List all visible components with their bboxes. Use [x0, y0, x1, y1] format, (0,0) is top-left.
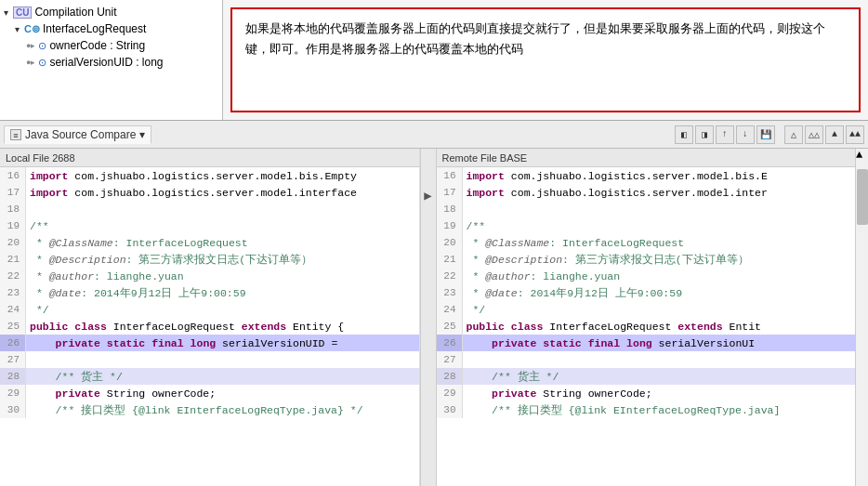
- tree-child[interactable]: ▾ C⊚ InterfaceLogRequest: [4, 20, 218, 37]
- table-row: 18: [437, 201, 856, 217]
- table-row: 17 import com.jshuabo.logistics.server.m…: [437, 184, 856, 201]
- table-row: 17 import com.jshuabo.logistics.server.m…: [0, 184, 419, 201]
- tree-arrow-child: ▾: [15, 24, 20, 34]
- line-number: 28: [437, 368, 463, 385]
- right-pane-body[interactable]: 16 import com.jshuabo.logistics.server.m…: [437, 167, 856, 486]
- line-number: 16: [437, 167, 463, 184]
- line-content: [463, 201, 856, 217]
- table-row: 23 * @date: 2014年9月12日 上午9:00:59: [437, 284, 856, 301]
- line-number: 27: [0, 351, 26, 368]
- line-content: * @Description: 第三方请求报文日志(下达订单等）: [463, 251, 856, 268]
- action-btn-4[interactable]: ▲▲: [846, 125, 864, 144]
- left-pane-body[interactable]: 16 import com.jshuabo.logistics.server.m…: [0, 167, 419, 486]
- action-btn-1[interactable]: △: [784, 125, 803, 144]
- field-bullet-1: ●▸: [26, 41, 35, 50]
- next-diff-btn[interactable]: ↓: [736, 125, 755, 144]
- line-number: 16: [0, 167, 26, 184]
- line-number: 23: [0, 284, 26, 301]
- copy-right-arrow[interactable]: ▶: [424, 188, 431, 204]
- line-content: * @author: lianghe.yuan: [26, 268, 419, 284]
- compare-area: Local File 2688 16 import com.jshuabo.lo…: [0, 149, 868, 486]
- table-row: 24 */: [437, 301, 856, 318]
- line-content: [26, 201, 419, 217]
- copy-right-btn[interactable]: ◨: [695, 125, 714, 144]
- prev-diff-btn[interactable]: ↑: [716, 125, 734, 144]
- scroll-up-btn[interactable]: ▲: [856, 149, 868, 167]
- right-pane-title: Remote File BASE: [442, 152, 528, 164]
- table-row: 16 import com.jshuabo.logistics.server.m…: [0, 167, 419, 184]
- line-number: 25: [0, 318, 26, 335]
- table-row: 25 public class InterfaceLogRequest exte…: [0, 318, 419, 335]
- tree-root-label: Compilation Unit: [34, 6, 116, 19]
- line-number: 18: [0, 201, 26, 217]
- action-btn-2[interactable]: △△: [805, 125, 823, 144]
- line-content: public class InterfaceLogRequest extends…: [463, 318, 856, 335]
- table-row: 27: [437, 351, 856, 368]
- line-number: 25: [437, 318, 463, 335]
- table-row: 19 /**: [437, 217, 856, 234]
- table-row: 28 /** 货主 */: [437, 368, 856, 385]
- left-pane-header: Local File 2688: [0, 149, 419, 167]
- tree-child-label: InterfaceLogRequest: [43, 22, 146, 35]
- line-content: /** 货主 */: [26, 368, 419, 385]
- right-code-lines: 16 import com.jshuabo.logistics.server.m…: [437, 167, 856, 486]
- toolbar-buttons: ◧ ◨ ↑ ↓ 💾 △ △△ ▲ ▲▲: [675, 125, 864, 144]
- tree-panel: ▾ CU Compilation Unit ▾ C⊚ InterfaceLogR…: [0, 0, 223, 120]
- line-content: * @ClassName: InterfaceLogRequest: [463, 234, 856, 251]
- btn-separator: [777, 125, 783, 144]
- tooltip-panel: 如果是将本地的代码覆盖服务器上面的代码则直接提交就行了，但是如果要采取服务器上面…: [230, 7, 861, 112]
- left-pane-title: Local File 2688: [6, 152, 75, 164]
- line-number: 22: [437, 268, 463, 284]
- line-content: /**: [26, 217, 419, 234]
- table-row: 18: [0, 201, 419, 217]
- vertical-scrollbar[interactable]: ▲: [855, 149, 868, 486]
- tree-field-2-label: serialVersionUID : long: [49, 56, 163, 69]
- table-row: 22 * @author: lianghe.yuan: [0, 268, 419, 284]
- table-row: 24 */: [0, 301, 419, 318]
- line-content: * @date: 2014年9月12日 上午9:00:59: [463, 284, 856, 301]
- table-row: 20 * @ClassName: InterfaceLogRequest: [0, 234, 419, 251]
- table-row: 27: [0, 351, 419, 368]
- toolbar-dropdown-icon[interactable]: ▾: [139, 128, 145, 141]
- table-row: 20 * @ClassName: InterfaceLogRequest: [437, 234, 856, 251]
- line-number: 20: [0, 234, 26, 251]
- line-number: 27: [437, 351, 463, 368]
- table-row: 25 public class InterfaceLogRequest exte…: [437, 318, 856, 335]
- line-number: 23: [437, 284, 463, 301]
- toolbar-title-tab[interactable]: ≡ Java Source Compare ▾: [4, 125, 151, 144]
- line-number: 30: [0, 401, 26, 418]
- line-content: import com.jshuabo.logistics.server.mode…: [26, 167, 419, 184]
- line-number: 29: [0, 385, 26, 401]
- compilation-unit-icon: CU: [13, 7, 32, 19]
- table-row: 26 private static final long serialVersi…: [437, 335, 856, 351]
- line-number: 26: [437, 335, 463, 351]
- compare-icon: ≡: [10, 129, 21, 140]
- line-content: private String ownerCode;: [26, 385, 419, 401]
- left-code-lines: 16 import com.jshuabo.logistics.server.m…: [0, 167, 419, 486]
- line-number: 21: [0, 251, 26, 268]
- line-content: [26, 351, 419, 368]
- tree-field-1[interactable]: ●▸ ⊙ ownerCode : String: [4, 37, 218, 54]
- tree-field-2[interactable]: ●▸ ⊙ serialVersionUID : long: [4, 54, 218, 71]
- line-number: 22: [0, 268, 26, 284]
- tooltip-text: 如果是将本地的代码覆盖服务器上面的代码则直接提交就行了，但是如果要采取服务器上面…: [245, 21, 825, 56]
- line-number: 21: [437, 251, 463, 268]
- save-btn[interactable]: 💾: [756, 125, 775, 144]
- scroll-thumb[interactable]: [857, 169, 868, 225]
- line-content: /** 货主 */: [463, 368, 856, 385]
- line-number: 18: [437, 201, 463, 217]
- table-row: 23 * @date: 2014年9月12日 上午9:00:59: [0, 284, 419, 301]
- line-number: 17: [437, 184, 463, 201]
- line-content: * @author: lianghe.yuan: [463, 268, 856, 284]
- line-content: /** 接口类型 {@link EInterfaceLogReqType.jav…: [26, 401, 419, 418]
- line-number: 19: [0, 217, 26, 234]
- table-row: 22 * @author: lianghe.yuan: [437, 268, 856, 284]
- tree-arrow-root: ▾: [4, 7, 8, 18]
- table-row: 29 private String ownerCode;: [437, 385, 856, 401]
- tree-root[interactable]: ▾ CU Compilation Unit: [4, 4, 218, 20]
- action-btn-3[interactable]: ▲: [825, 125, 844, 144]
- table-row: 26 private static final long serialVersi…: [0, 335, 419, 351]
- line-content: private static final long serialVersionU…: [463, 335, 856, 351]
- line-content: [463, 351, 856, 368]
- copy-left-btn[interactable]: ◧: [675, 125, 693, 144]
